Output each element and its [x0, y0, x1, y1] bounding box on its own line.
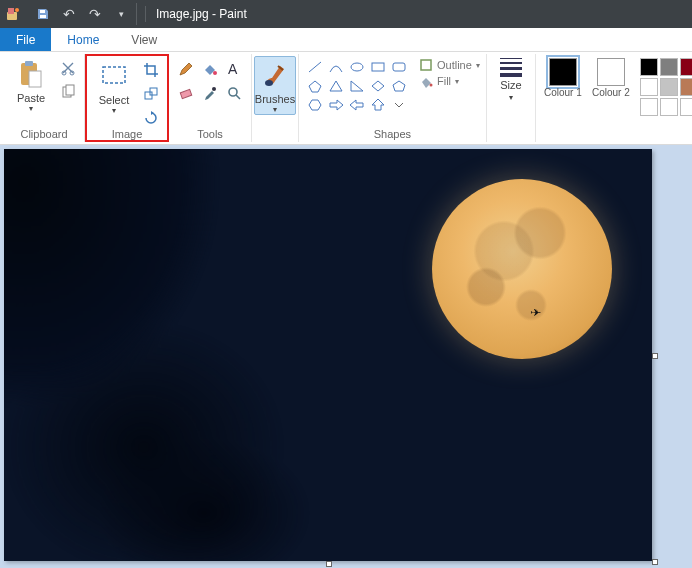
- crop-icon[interactable]: [141, 60, 161, 80]
- palette-swatch[interactable]: [680, 78, 692, 96]
- palette-swatch[interactable]: [640, 98, 658, 116]
- resize-icon[interactable]: [141, 84, 161, 104]
- chevron-down-icon: ▾: [273, 105, 277, 114]
- brush-icon: [259, 59, 291, 91]
- shape-arrow-left-icon[interactable]: [347, 96, 367, 114]
- rotate-icon[interactable]: [141, 108, 161, 128]
- palette-swatch[interactable]: [680, 58, 692, 76]
- group-label-brushes: [273, 128, 276, 142]
- copy-icon[interactable]: [58, 82, 78, 102]
- resize-handle-bottom[interactable]: [326, 561, 332, 567]
- resize-handle-corner[interactable]: [652, 559, 658, 565]
- shape-arrow-up-icon[interactable]: [368, 96, 388, 114]
- app-icon: [4, 5, 22, 23]
- color-picker-icon[interactable]: [199, 82, 221, 104]
- shapes-gallery[interactable]: [305, 56, 409, 114]
- shape-curve-icon[interactable]: [326, 58, 346, 76]
- group-brushes: Brushes ▾: [252, 54, 299, 142]
- group-colours: Colour 1 Colour 2: [536, 54, 692, 142]
- size-button[interactable]: Size ▾: [493, 56, 529, 102]
- colour-1-button[interactable]: Colour 1: [542, 56, 584, 98]
- paste-label: Paste: [17, 92, 45, 104]
- group-clipboard: Paste ▾ Clipboard: [4, 54, 85, 142]
- outline-label: Outline: [437, 59, 472, 71]
- svg-point-15: [213, 71, 217, 75]
- quick-access-toolbar: ↶ ↷ ▾: [28, 3, 137, 25]
- shape-hexagon-icon[interactable]: [305, 96, 325, 114]
- paste-icon: [15, 58, 47, 90]
- palette-swatch[interactable]: [640, 58, 658, 76]
- titlebar: ↶ ↷ ▾ Image.jpg - Paint: [0, 0, 692, 28]
- svg-rect-7: [29, 71, 41, 87]
- tab-view[interactable]: View: [115, 28, 173, 51]
- ribbon-tabs: File Home View: [0, 28, 692, 52]
- svg-text:A: A: [228, 61, 238, 77]
- moon: [432, 179, 612, 359]
- svg-rect-11: [66, 85, 74, 95]
- pencil-icon[interactable]: [175, 58, 197, 80]
- group-label-image: Image: [112, 128, 143, 142]
- paste-button[interactable]: Paste ▾: [10, 56, 52, 113]
- palette-swatch[interactable]: [660, 78, 678, 96]
- tab-home[interactable]: Home: [51, 28, 115, 51]
- select-icon: [98, 60, 130, 92]
- shape-arrow-right-icon[interactable]: [326, 96, 346, 114]
- chevron-down-icon: ▾: [112, 106, 116, 115]
- svg-rect-24: [421, 60, 431, 70]
- palette-swatch[interactable]: [660, 58, 678, 76]
- fill-label: Fill: [437, 75, 451, 87]
- size-label: Size: [500, 79, 521, 91]
- undo-icon[interactable]: ↶: [58, 3, 80, 25]
- eraser-icon[interactable]: [175, 82, 197, 104]
- chevron-down-icon: ▾: [509, 93, 513, 102]
- fill-icon[interactable]: [199, 58, 221, 80]
- bird-silhouette: ✈: [530, 307, 541, 318]
- select-button[interactable]: Select ▾: [93, 58, 135, 115]
- shape-diamond-icon[interactable]: [368, 77, 388, 95]
- group-size: Size ▾: [487, 54, 536, 142]
- cut-icon[interactable]: [58, 58, 78, 78]
- shape-right-triangle-icon[interactable]: [347, 77, 367, 95]
- svg-point-25: [430, 84, 433, 87]
- svg-rect-22: [372, 63, 384, 71]
- group-label-size: [509, 128, 512, 142]
- svg-rect-23: [393, 63, 405, 71]
- group-shapes: Outline ▾ Fill ▾ Shapes: [299, 54, 487, 142]
- shape-pentagon-icon[interactable]: [389, 77, 409, 95]
- shape-triangle-icon[interactable]: [326, 77, 346, 95]
- shape-roundrect-icon[interactable]: [389, 58, 409, 76]
- brushes-button[interactable]: Brushes ▾: [254, 56, 296, 115]
- shape-line-icon[interactable]: [305, 58, 325, 76]
- group-label-clipboard: Clipboard: [20, 128, 67, 142]
- tab-file[interactable]: File: [0, 28, 51, 51]
- svg-rect-12: [103, 67, 125, 83]
- shape-more-icon[interactable]: [389, 96, 409, 114]
- artboard[interactable]: ✈: [4, 149, 652, 561]
- palette-swatch[interactable]: [640, 78, 658, 96]
- qat-customize-icon[interactable]: ▾: [110, 3, 132, 25]
- svg-rect-4: [40, 15, 46, 18]
- divider: [145, 6, 146, 22]
- canvas-area[interactable]: ✈: [0, 145, 692, 568]
- save-icon[interactable]: [32, 3, 54, 25]
- svg-rect-17: [180, 89, 191, 98]
- shape-rect-icon[interactable]: [368, 58, 388, 76]
- tree-silhouette: [4, 149, 384, 561]
- palette-swatch[interactable]: [660, 98, 678, 116]
- colour-2-button[interactable]: Colour 2: [590, 56, 632, 98]
- redo-icon[interactable]: ↷: [84, 3, 106, 25]
- group-label-colours: [618, 128, 621, 142]
- shape-oval-icon[interactable]: [347, 58, 367, 76]
- magnifier-icon[interactable]: [223, 82, 245, 104]
- outline-button[interactable]: Outline ▾: [419, 58, 480, 72]
- resize-handle-right[interactable]: [652, 353, 658, 359]
- palette-swatch[interactable]: [680, 98, 692, 116]
- shape-polygon-icon[interactable]: [305, 77, 325, 95]
- window-title: Image.jpg - Paint: [156, 7, 688, 21]
- text-icon[interactable]: A: [223, 58, 245, 80]
- svg-point-19: [229, 88, 237, 96]
- svg-point-2: [15, 8, 19, 12]
- fill-button[interactable]: Fill ▾: [419, 74, 480, 88]
- colour-1-swatch: [549, 58, 577, 86]
- select-label: Select: [99, 94, 130, 106]
